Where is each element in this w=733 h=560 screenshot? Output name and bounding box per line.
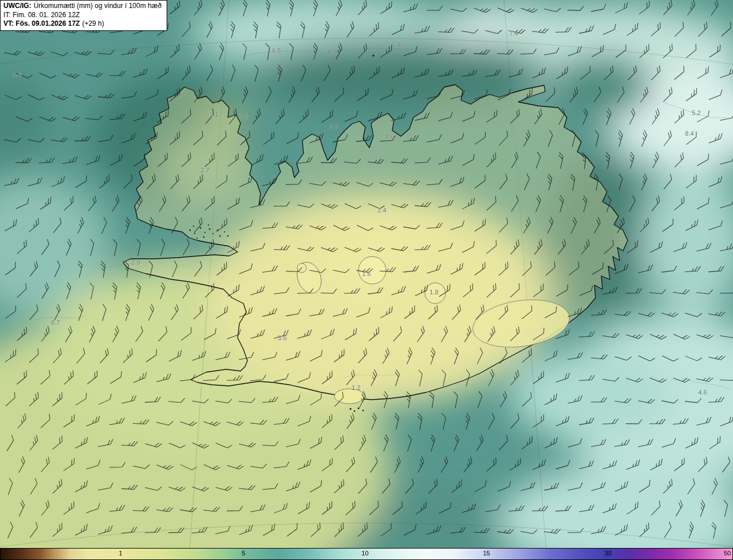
product-title: Úrkomumætti (mm) og vindur í 100m hæð	[34, 2, 161, 10]
init-time-line: IT: Fim. 08. 01. 2026 12Z	[3, 11, 161, 20]
colorbar-tick: 50	[724, 550, 731, 557]
map-title-box: UWC/IG:Úrkomumætti (mm) og vindur í 100m…	[0, 0, 167, 31]
colorbar-tick: 5	[242, 550, 245, 557]
colorbar: 1510153050	[0, 548, 733, 560]
colorbar-ticks: 1510153050	[1, 549, 732, 559]
valid-time: VT: Fös. 09.01.2026 17Z	[3, 19, 80, 27]
colorbar-tick: 30	[605, 550, 612, 557]
colorbar-tick: 15	[483, 550, 490, 557]
valid-offset: (+29 h)	[82, 19, 104, 27]
colorbar-tick: 10	[361, 550, 368, 557]
colorbar-tick: 1	[119, 550, 123, 557]
valid-time-line: VT: Fös. 09.01.2026 17Z(+29 h)	[3, 19, 161, 29]
model-name: UWC/IG:	[3, 2, 31, 10]
map-canvas	[0, 0, 733, 560]
weather-map: 4.46.54.54.67.45.28.43.12.67.78.62.72.42…	[0, 0, 733, 560]
product-title-line: UWC/IG:Úrkomumætti (mm) og vindur í 100m…	[3, 2, 161, 11]
